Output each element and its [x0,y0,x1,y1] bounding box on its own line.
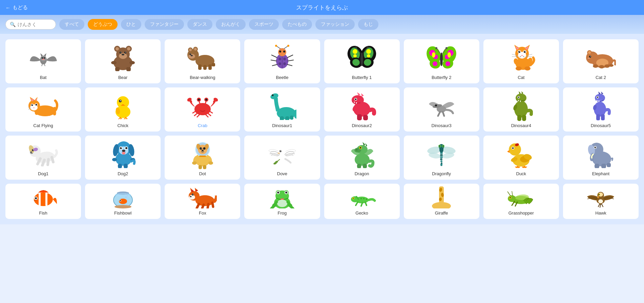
filter-btn-dance[interactable]: ダンス [187,19,212,30]
svg-line-344 [212,203,213,207]
sprite-image-dinosaur5 [565,90,637,121]
sprite-label-elephant: Elephant [592,171,609,176]
search-box[interactable]: 🔍 [5,19,56,29]
svg-line-390 [602,204,603,207]
sprite-label-dot: Dot [199,171,206,176]
filter-btn-animals[interactable]: どうぶつ [88,19,118,30]
sprite-card-cat2[interactable]: Cat 2 [563,39,639,83]
sprite-card-dragonfly[interactable]: Dragonfly [404,136,479,180]
svg-point-251 [200,147,202,149]
sprite-card-giraffe[interactable]: Giraffe [404,184,479,219]
sprite-card-hawk[interactable]: Hawk [563,184,639,219]
svg-point-345 [213,191,217,196]
filter-btn-music[interactable]: おんがく [216,19,246,30]
svg-point-20 [122,54,124,55]
main-content: Bat [0,34,644,224]
sprite-card-butterfly1[interactable]: Butterfly 1 [324,39,400,83]
sprite-image-giraffe [406,186,477,208]
filter-btn-letters[interactable]: もじ [358,19,378,30]
svg-point-339 [193,194,193,195]
sprite-card-crab[interactable]: Crab [165,87,240,132]
sprite-card-dog1[interactable]: Dog1 [5,136,81,180]
svg-point-147 [117,96,129,108]
sprite-card-fishbowl[interactable]: Fishbowl [85,184,161,219]
sprite-card-dinosaur2[interactable]: Dinosaur2 [324,87,400,132]
svg-point-6 [42,59,44,60]
filter-btn-fashion[interactable]: ファッション [315,19,355,30]
svg-marker-181 [357,92,360,96]
sprite-card-elephant[interactable]: Elephant [563,136,639,180]
svg-point-161 [198,99,200,101]
svg-rect-314 [607,163,611,167]
svg-point-337 [189,195,195,200]
sprite-label-dog2: Dog2 [118,171,128,176]
svg-point-24 [129,61,135,64]
back-label: もどる [13,4,28,11]
sprite-card-frog[interactable]: Frog [244,184,320,219]
sprite-card-fish[interactable]: Fish [5,184,81,219]
svg-line-341 [197,204,199,208]
sprite-image-cat [485,42,557,73]
sprite-image-gecko [326,186,398,208]
svg-point-266 [281,150,281,151]
sprite-card-dinosaur1[interactable]: Dinosaur1 [244,87,320,132]
filter-btn-fantasy[interactable]: ファンタジー [145,19,184,30]
sprite-label-dinosaur5: Dinosaur5 [591,123,611,128]
svg-point-62 [353,49,357,54]
svg-point-92 [445,47,448,49]
back-button[interactable]: ← もどる [5,4,28,11]
sprite-card-beetle[interactable]: Beetle [244,39,320,83]
svg-point-46 [287,45,289,47]
sprite-card-bat[interactable]: Bat [5,39,81,83]
svg-rect-36 [203,65,207,70]
sprite-image-cat2 [565,42,637,73]
sprite-card-gecko[interactable]: Gecko [324,184,400,219]
svg-point-48 [283,50,285,53]
svg-point-29 [189,48,192,51]
sprite-card-grasshopper[interactable]: Grasshopper [483,184,559,219]
sprite-card-chick[interactable]: Chick [85,87,161,132]
sprite-image-elephant [565,138,637,169]
sprite-image-dove [246,138,318,169]
svg-rect-204 [522,115,526,121]
sprite-label-giraffe: Giraffe [435,210,448,216]
sprite-label-frog: Frog [278,210,287,216]
sprite-card-dinosaur3[interactable]: Dinosaur3 [404,87,479,132]
svg-line-171 [207,113,211,116]
sprite-card-bear-walking[interactable]: Bear-walking [165,39,240,83]
sprite-card-dinosaur5[interactable]: Dinosaur5 [563,87,639,132]
filter-btn-food[interactable]: たべもの [282,19,312,30]
svg-marker-205 [519,91,521,94]
svg-point-360 [353,198,354,199]
svg-point-30 [194,48,197,50]
sprite-card-dot[interactable]: Dot [165,136,240,180]
sprite-card-duck[interactable]: Duck [483,136,559,180]
sprite-card-dog2[interactable]: Dog2 [85,136,161,180]
sprite-card-cat[interactable]: Cat [483,39,559,83]
sprite-card-cat-flying[interactable]: Cat Flying [5,87,81,132]
svg-point-104 [519,51,520,52]
sprite-image-butterfly1 [326,42,398,73]
svg-line-54 [287,64,292,66]
sprite-card-dinosaur4[interactable]: Dinosaur4 [483,87,559,132]
sprite-card-dove[interactable]: Dove [244,136,320,180]
sprite-label-dragon: Dragon [355,171,369,176]
filter-btn-all[interactable]: すべて [59,19,84,30]
sprite-card-bear[interactable]: Bear [85,39,161,83]
svg-rect-289 [440,160,442,162]
filter-btn-people[interactable]: ひと [121,19,141,30]
svg-point-118 [588,51,591,54]
sprite-card-fox[interactable]: Fox [165,184,240,219]
svg-rect-312 [595,164,599,168]
sprite-card-dragon[interactable]: Dragon [324,136,400,180]
search-input[interactable] [18,22,51,27]
filter-bar: 🔍 すべて どうぶつ ひと ファンタジー ダンス おんがく スポーツ たべもの … [0,15,644,34]
filter-btn-sports[interactable]: スポーツ [249,19,279,30]
svg-point-119 [589,56,591,58]
svg-rect-203 [517,115,521,121]
svg-point-33 [191,54,191,54]
sprite-card-butterfly2[interactable]: Butterfly 2 [404,39,479,83]
sprite-image-beetle [246,42,318,73]
svg-point-223 [30,152,32,153]
svg-point-103 [524,51,526,53]
